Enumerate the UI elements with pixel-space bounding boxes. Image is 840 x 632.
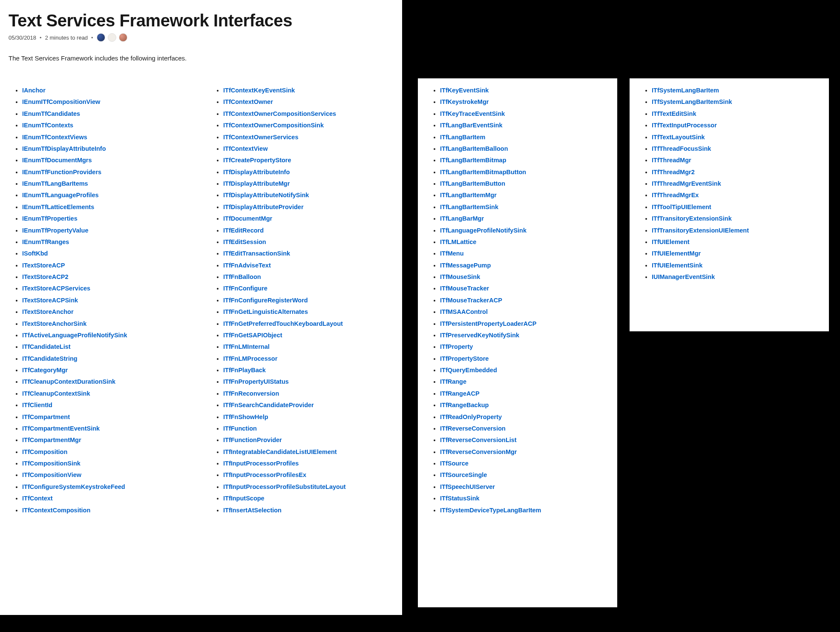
- interface-link[interactable]: ITfLanguageProfileNotifySink: [440, 227, 526, 234]
- interface-link[interactable]: IEnumTfDocumentMgrs: [22, 157, 92, 164]
- interface-link[interactable]: ITfReverseConversionMgr: [440, 448, 517, 455]
- interface-link[interactable]: ITfInsertAtSelection: [223, 507, 282, 514]
- interface-link[interactable]: ITfContextOwnerCompositionSink: [223, 122, 324, 129]
- interface-link[interactable]: ITfActiveLanguageProfileNotifySink: [22, 332, 127, 339]
- interface-link[interactable]: ITfEditTransactionSink: [223, 250, 290, 257]
- interface-link[interactable]: ITfSystemDeviceTypeLangBarItem: [440, 507, 541, 514]
- interface-link[interactable]: IUIManagerEventSink: [652, 273, 715, 280]
- interface-link[interactable]: IEnumTfDisplayAttributeInfo: [22, 145, 106, 152]
- interface-link[interactable]: ITfLangBarItemSink: [440, 204, 498, 210]
- interface-link[interactable]: ITfUIElementSink: [652, 262, 702, 269]
- interface-link[interactable]: IEnumTfRanges: [22, 238, 69, 245]
- interface-link[interactable]: IEnumTfContextViews: [22, 134, 87, 141]
- interface-link[interactable]: ITfLMLattice: [440, 238, 476, 245]
- interface-link[interactable]: ITfKeystrokeMgr: [440, 98, 489, 105]
- interface-link[interactable]: ITfInputProcessorProfilesEx: [223, 471, 306, 478]
- interface-link[interactable]: ITfFnSearchCandidateProvider: [223, 402, 314, 408]
- interface-link[interactable]: ITfInputScope: [223, 495, 265, 502]
- interface-link[interactable]: ITfMenu: [440, 250, 464, 257]
- interface-link[interactable]: ITfContextKeyEventSink: [223, 87, 295, 94]
- interface-link[interactable]: ITextStoreAnchor: [22, 308, 74, 315]
- interface-link[interactable]: ITfThreadMgr: [652, 157, 691, 164]
- interface-link[interactable]: ITfCategoryMgr: [22, 367, 68, 373]
- interface-link[interactable]: ITfCompartment: [22, 414, 70, 420]
- interface-link[interactable]: ITfMSAAControl: [440, 308, 488, 315]
- interface-link[interactable]: ITfDocumentMgr: [223, 215, 272, 222]
- interface-link[interactable]: ITfCleanupContextDurationSink: [22, 378, 115, 385]
- interface-link[interactable]: ITfContextOwnerServices: [223, 134, 298, 141]
- interface-link[interactable]: ITfLangBarEventSink: [440, 122, 503, 129]
- interface-link[interactable]: ITfFnGetSAPIObject: [223, 332, 282, 339]
- interface-link[interactable]: ITfCompositionView: [22, 471, 81, 478]
- interface-link[interactable]: ITfMessagePump: [440, 262, 491, 269]
- interface-link[interactable]: ITfFnLMProcessor: [223, 355, 277, 362]
- interface-link[interactable]: ITfTransitoryExtensionSink: [652, 215, 732, 222]
- interface-link[interactable]: ITfThreadFocusSink: [652, 145, 711, 152]
- interface-link[interactable]: ITfContextOwner: [223, 98, 273, 105]
- interface-link[interactable]: ITfFnReconversion: [223, 390, 279, 397]
- interface-link[interactable]: ITfFnPlayBack: [223, 367, 266, 373]
- interface-link[interactable]: ITfCandidateString: [22, 355, 78, 362]
- interface-link[interactable]: ITfKeyEventSink: [440, 87, 489, 94]
- interface-link[interactable]: ITfPersistentPropertyLoaderACP: [440, 320, 536, 327]
- contributor-avatar-icon[interactable]: [97, 33, 105, 42]
- interface-link[interactable]: ITfLangBarItemButton: [440, 180, 505, 187]
- interface-link[interactable]: ITextStoreACP2: [22, 273, 69, 280]
- interface-link[interactable]: ITfCleanupContextSink: [22, 390, 90, 397]
- interface-link[interactable]: ITfMouseSink: [440, 273, 480, 280]
- interface-link[interactable]: IEnumTfLanguageProfiles: [22, 192, 99, 198]
- interface-link[interactable]: ITfFnGetPreferredTouchKeyboardLayout: [223, 320, 343, 327]
- interface-link[interactable]: ITfInputProcessorProfileSubstituteLayout: [223, 483, 346, 490]
- interface-link[interactable]: ITfTextLayoutSink: [652, 134, 705, 141]
- interface-link[interactable]: ITfLangBarItemBitmapButton: [440, 169, 526, 175]
- interface-link[interactable]: ITfStatusSink: [440, 495, 480, 502]
- interface-link[interactable]: ITextStoreACPSink: [22, 297, 78, 304]
- interface-link[interactable]: ITfTransitoryExtensionUIElement: [652, 227, 749, 234]
- interface-link[interactable]: ITfContextComposition: [22, 507, 90, 514]
- interface-link[interactable]: ITfDisplayAttributeInfo: [223, 169, 290, 175]
- interface-link[interactable]: ITfFnBalloon: [223, 273, 261, 280]
- interface-link[interactable]: ITfThreadMgrEventSink: [652, 180, 721, 187]
- interface-link[interactable]: ITfCompartmentMgr: [22, 437, 81, 443]
- interface-link[interactable]: ITfQueryEmbedded: [440, 367, 497, 373]
- interface-link[interactable]: ITfProperty: [440, 343, 473, 350]
- interface-link[interactable]: ITfUIElementMgr: [652, 250, 701, 257]
- interface-link[interactable]: ITfSourceSingle: [440, 471, 487, 478]
- interface-link[interactable]: ITfSystemLangBarItemSink: [652, 98, 732, 105]
- interface-link[interactable]: ITfRangeACP: [440, 390, 480, 397]
- interface-link[interactable]: IEnumTfContexts: [22, 122, 73, 129]
- interface-link[interactable]: ITfReverseConversion: [440, 425, 506, 432]
- interface-link[interactable]: ITfReverseConversionList: [440, 437, 517, 443]
- interface-link[interactable]: ITfLangBarItemMgr: [440, 192, 497, 198]
- interface-link[interactable]: ITfFnPropertyUIStatus: [223, 378, 289, 385]
- interface-link[interactable]: ITfReadOnlyProperty: [440, 414, 502, 420]
- interface-link[interactable]: ISoftKbd: [22, 250, 48, 257]
- interface-link[interactable]: ITfDisplayAttributeMgr: [223, 180, 290, 187]
- interface-link[interactable]: ITfFnGetLinguisticAlternates: [223, 308, 308, 315]
- interface-link[interactable]: ITfKeyTraceEventSink: [440, 110, 505, 117]
- interface-link[interactable]: ITfFnAdviseText: [223, 262, 271, 269]
- interface-link[interactable]: ITfCompartmentEventSink: [22, 425, 100, 432]
- interface-link[interactable]: IEnumTfPropertyValue: [22, 227, 89, 234]
- interface-link[interactable]: ITfThreadMgrEx: [652, 192, 699, 198]
- interface-link[interactable]: ITfEditRecord: [223, 227, 264, 234]
- interface-link[interactable]: ITfCreatePropertyStore: [223, 157, 291, 164]
- interface-link[interactable]: ITfMouseTrackerACP: [440, 297, 502, 304]
- interface-link[interactable]: IEnumTfFunctionProviders: [22, 169, 101, 175]
- interface-link[interactable]: ITfRangeBackup: [440, 402, 489, 408]
- interface-link[interactable]: ITfLangBarItemBitmap: [440, 157, 506, 164]
- interface-link[interactable]: ITextStoreAnchorSink: [22, 320, 86, 327]
- interface-link[interactable]: ITfToolTipUIElement: [652, 204, 711, 210]
- interface-link[interactable]: ITfFnShowHelp: [223, 414, 268, 420]
- interface-link[interactable]: IAnchor: [22, 87, 46, 94]
- interface-link[interactable]: ITfSpeechUIServer: [440, 483, 495, 490]
- interface-link[interactable]: ITfFunctionProvider: [223, 437, 282, 443]
- interface-link[interactable]: ITfCandidateList: [22, 343, 71, 350]
- interface-link[interactable]: ITfFunction: [223, 425, 257, 432]
- interface-link[interactable]: ITfPropertyStore: [440, 355, 489, 362]
- interface-link[interactable]: ITfFnConfigure: [223, 285, 268, 292]
- interface-link[interactable]: IEnumTfProperties: [22, 215, 78, 222]
- interface-link[interactable]: ITfIntegratableCandidateListUIElement: [223, 448, 337, 455]
- interface-link[interactable]: ITfFnConfigureRegisterWord: [223, 297, 308, 304]
- interface-link[interactable]: ITfLangBarItemBalloon: [440, 145, 508, 152]
